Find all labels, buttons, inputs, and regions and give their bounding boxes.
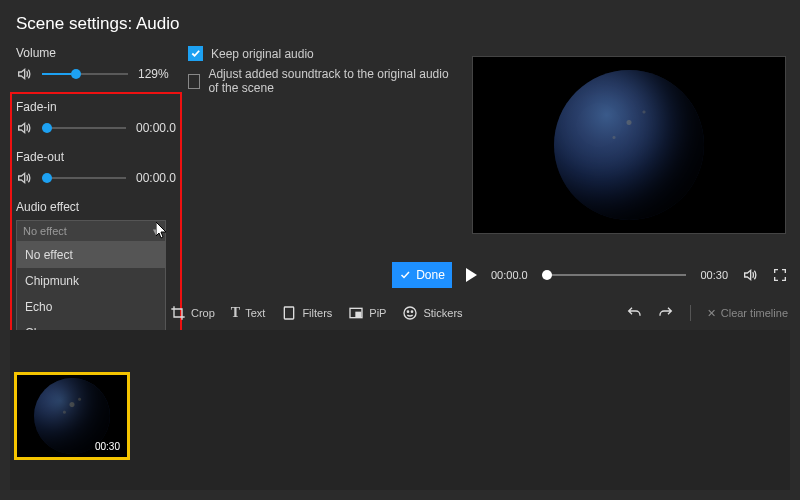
- chevron-down-icon: ▾: [153, 225, 159, 238]
- seek-slider[interactable]: [542, 268, 687, 282]
- crop-label: Crop: [191, 307, 215, 319]
- redo-icon[interactable]: [658, 305, 674, 321]
- check-icon: [399, 269, 411, 281]
- close-icon: ✕: [707, 307, 716, 320]
- clear-label: Clear timeline: [721, 307, 788, 319]
- text-icon: T: [231, 305, 240, 321]
- fadein-label: Fade-in: [16, 100, 456, 114]
- fullscreen-icon[interactable]: [772, 267, 788, 283]
- speaker-icon: [16, 120, 32, 136]
- volume-value: 129%: [138, 67, 182, 81]
- volume-slider[interactable]: [42, 67, 128, 81]
- stickers-label: Stickers: [423, 307, 462, 319]
- crop-icon: [170, 305, 186, 321]
- filters-button[interactable]: Filters: [281, 305, 332, 321]
- clip-duration: 00:30: [92, 440, 123, 453]
- svg-point-4: [408, 311, 409, 312]
- toolbar: Crop TText Filters PiP Stickers ✕Clear t…: [170, 302, 788, 324]
- fadein-slider[interactable]: [42, 121, 126, 135]
- effect-option[interactable]: Echo: [17, 294, 165, 320]
- effect-option[interactable]: Chipmunk: [17, 268, 165, 294]
- pip-label: PiP: [369, 307, 386, 319]
- speaker-icon: [16, 170, 32, 186]
- svg-rect-2: [356, 312, 361, 316]
- done-button[interactable]: Done: [392, 262, 452, 288]
- volume-icon[interactable]: [742, 267, 758, 283]
- playbar: 00:00.0 00:30: [466, 262, 788, 288]
- audio-effect-selected: No effect: [23, 225, 67, 237]
- svg-rect-0: [285, 307, 294, 319]
- preview-panel: [472, 56, 786, 234]
- undo-icon[interactable]: [626, 305, 642, 321]
- adjust-soundtrack-label: Adjust added soundtrack to the original …: [208, 67, 456, 95]
- filters-label: Filters: [302, 307, 332, 319]
- done-label: Done: [416, 268, 445, 282]
- pip-button[interactable]: PiP: [348, 305, 386, 321]
- timeline-clip[interactable]: 00:30: [14, 372, 130, 460]
- stickers-button[interactable]: Stickers: [402, 305, 462, 321]
- clear-timeline-button[interactable]: ✕Clear timeline: [707, 307, 788, 320]
- earth-image: [554, 70, 704, 220]
- audio-effect-select[interactable]: No effect ▾: [16, 220, 166, 242]
- fadeout-value: 00:00.0: [136, 171, 180, 185]
- speaker-icon: [16, 66, 32, 82]
- svg-point-5: [412, 311, 413, 312]
- duration: 00:30: [700, 269, 728, 281]
- current-time: 00:00.0: [491, 269, 528, 281]
- fadeout-slider[interactable]: [42, 171, 126, 185]
- effect-option[interactable]: No effect: [17, 242, 165, 268]
- keep-audio-label: Keep original audio: [211, 47, 314, 61]
- timeline-panel: 00:30: [10, 330, 790, 490]
- window-title: Scene settings: Audio: [0, 0, 800, 44]
- play-button[interactable]: [466, 268, 477, 282]
- pip-icon: [348, 305, 364, 321]
- audio-effect-label: Audio effect: [16, 200, 456, 214]
- stickers-icon: [402, 305, 418, 321]
- adjust-soundtrack-checkbox[interactable]: Adjust added soundtrack to the original …: [188, 67, 456, 95]
- svg-point-3: [404, 307, 416, 319]
- keep-audio-checkbox[interactable]: Keep original audio: [188, 46, 456, 61]
- text-button[interactable]: TText: [231, 305, 266, 321]
- fadeout-label: Fade-out: [16, 150, 456, 164]
- fadein-value: 00:00.0: [136, 121, 180, 135]
- filters-icon: [281, 305, 297, 321]
- crop-button[interactable]: Crop: [170, 305, 215, 321]
- text-label: Text: [245, 307, 265, 319]
